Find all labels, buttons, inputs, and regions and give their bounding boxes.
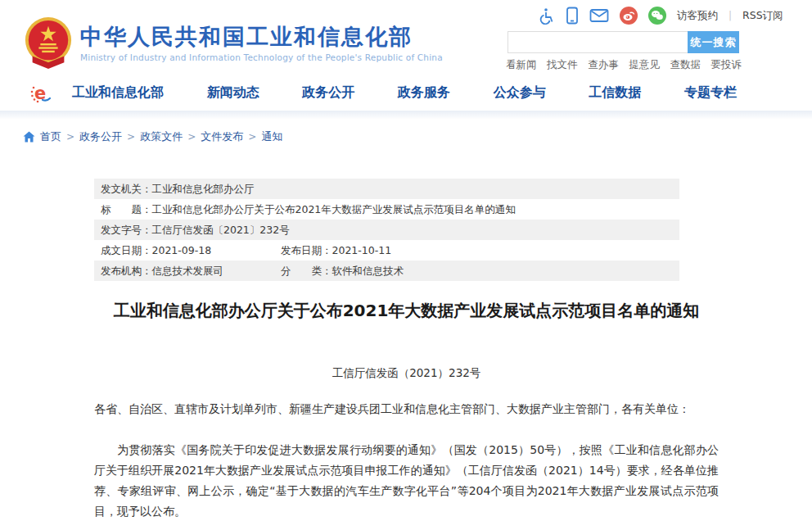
meta-value: 工信厅信发函〔2021〕232号 xyxy=(152,224,290,236)
meta-value: 2021-10-11 xyxy=(332,244,392,256)
nav-item-gov-service[interactable]: 政务服务 xyxy=(398,84,450,102)
meta-value: 信息技术发展司 xyxy=(152,265,224,277)
header-utility-bar: 访客预约 | RSS订阅 xyxy=(539,6,783,25)
nav-items: 工业和信息化部 新闻动态 政务公开 政务服务 公众参与 工信数据 专题专栏 xyxy=(72,84,737,102)
breadcrumb-separator: > xyxy=(187,131,196,143)
quick-link-files[interactable]: 找文件 xyxy=(547,58,578,72)
breadcrumb-separator: > xyxy=(127,131,135,143)
site-title: 中华人民共和国工业和信息化部 xyxy=(80,25,443,49)
meta-value: 2021-09-18 xyxy=(152,244,212,256)
breadcrumb-home[interactable]: 首页 xyxy=(40,129,61,144)
document-paragraph: 为贯彻落实《国务院关于印发促进大数据发展行动纲要的通知》（国发（2015）50号… xyxy=(94,440,719,521)
nav-item-miit[interactable]: 工业和信息化部 xyxy=(72,84,164,102)
quick-link-services[interactable]: 查办事 xyxy=(588,58,619,72)
nav-bottom-band xyxy=(0,111,812,119)
meta-row-title: 标 题：工业和信息化部办公厅关于公布2021年大数据产业发展试点示范项目名单的通… xyxy=(94,199,679,220)
breadcrumb-separator: > xyxy=(248,131,256,143)
breadcrumb: 首页 > 政务公开 > 政策文件 > 文件发布 > 通知 xyxy=(23,129,282,144)
meta-row-issuing-agency: 发文机关：工业和信息化部办公厅 xyxy=(94,179,679,199)
nav-item-participation[interactable]: 公众参与 xyxy=(494,84,546,102)
national-emblem-logo xyxy=(23,16,74,69)
breadcrumb-separator: > xyxy=(66,131,74,143)
site-header: 中华人民共和国工业和信息化部 Ministry of Industry and … xyxy=(0,0,812,75)
mobile-icon[interactable] xyxy=(566,7,579,25)
breadcrumb-notice[interactable]: 通知 xyxy=(261,129,282,144)
search-button[interactable]: 统一搜索 xyxy=(688,31,739,53)
nav-item-news[interactable]: 新闻动态 xyxy=(207,84,259,102)
breadcrumb-policy-files[interactable]: 政策文件 xyxy=(140,129,183,144)
visitor-appointment-link[interactable]: 访客预约 xyxy=(677,9,718,23)
site-subtitle-english: Ministry of Industry and Information Tec… xyxy=(80,52,443,62)
wechat-icon[interactable] xyxy=(648,7,666,25)
meta-value: 软件和信息技术 xyxy=(332,265,404,277)
meta-value: 工业和信息化部办公厅关于公布2021年大数据产业发展试点示范项目名单的通知 xyxy=(152,203,516,215)
breadcrumb-file-release[interactable]: 文件发布 xyxy=(201,129,243,144)
quick-link-data[interactable]: 查数据 xyxy=(670,58,701,72)
meta-label: 发布日期： xyxy=(281,244,332,256)
page: 中华人民共和国工业和信息化部 Ministry of Industry and … xyxy=(0,0,812,521)
nav-item-gov-open[interactable]: 政务公开 xyxy=(302,84,354,102)
mail-icon[interactable] xyxy=(589,8,609,23)
meta-col2: 发布日期：2021-10-11 xyxy=(281,240,391,260)
meta-row-dates: 成文日期：2021-09-18 发布日期：2021-10-11 xyxy=(94,240,679,260)
meta-label: 发文机关： xyxy=(101,183,152,195)
main-nav: e 工业和信息化部 新闻动态 政务公开 政务服务 公众参与 工信数据 专题专栏 xyxy=(0,75,812,111)
meta-value: 工业和信息化部办公厅 xyxy=(152,183,255,195)
breadcrumb-gov-open[interactable]: 政务公开 xyxy=(79,129,122,144)
document-number: 工信厅信发函（2021）232号 xyxy=(94,366,719,381)
meta-label: 标 题： xyxy=(101,203,152,215)
meta-label: 发文字号： xyxy=(101,224,152,236)
meta-label: 发布机构： xyxy=(101,265,152,277)
search-input[interactable] xyxy=(508,31,688,53)
document-meta-table: 发文机关：工业和信息化部办公厅 标 题：工业和信息化部办公厅关于公布2021年大… xyxy=(94,179,679,281)
quick-link-complaint[interactable]: 要投诉 xyxy=(710,58,742,72)
weibo-icon[interactable] xyxy=(620,7,638,25)
meta-row-publisher: 发布机构：信息技术发展司 分 类：软件和信息技术 xyxy=(94,260,679,281)
nav-item-data[interactable]: 工信数据 xyxy=(589,84,641,102)
meta-label: 成文日期： xyxy=(101,244,152,256)
quick-links-row: 看新闻 找文件 查办事 提意见 查数据 要投诉 xyxy=(506,58,742,72)
meta-col2: 分 类：软件和信息技术 xyxy=(281,260,404,281)
document-title: 工业和信息化部办公厅关于公布2021年大数据产业发展试点示范项目名单的通知 xyxy=(94,300,719,322)
quick-link-suggest[interactable]: 提意见 xyxy=(629,58,660,72)
meta-label: 分 类： xyxy=(281,265,332,277)
meta-row-doc-number: 发文字号：工信厅信发函〔2021〕232号 xyxy=(94,220,679,240)
accessibility-icon[interactable] xyxy=(539,7,555,25)
search-bar: 统一搜索 xyxy=(508,31,739,53)
nav-item-topics[interactable]: 专题专栏 xyxy=(684,84,737,102)
rss-subscribe-link[interactable]: RSS订阅 xyxy=(742,9,783,23)
home-icon[interactable] xyxy=(23,131,35,143)
brand-block: 中华人民共和国工业和信息化部 Ministry of Industry and … xyxy=(80,25,443,62)
gov-e-logo-icon: e xyxy=(29,82,52,105)
document-salutation: 各省、自治区、直辖市及计划单列市、新疆生产建设兵团工业和信息化主管部门、大数据产… xyxy=(94,402,719,417)
quick-link-news[interactable]: 看新闻 xyxy=(506,58,537,72)
divider: | xyxy=(729,10,732,21)
